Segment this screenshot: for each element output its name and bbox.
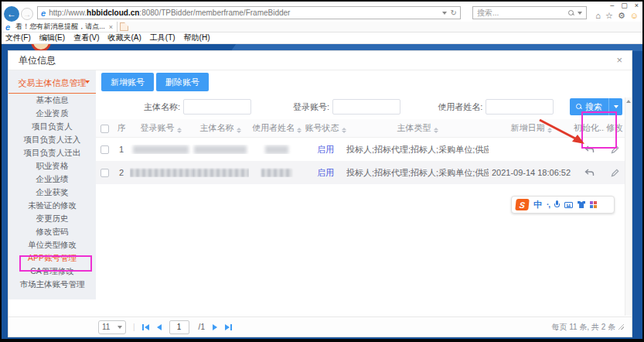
column-header-账号状态[interactable]: 账号状态	[305, 122, 346, 134]
browser-tab[interactable]: e 看！您有新消息提醒，请点... ×	[2, 22, 118, 32]
last-page-button[interactable]	[225, 324, 232, 330]
subject-name-input[interactable]	[183, 99, 251, 115]
sidebar-item-未验证的修改[interactable]: 未验证的修改	[9, 199, 96, 212]
sidebar-item-职业资格[interactable]: 职业资格	[9, 159, 96, 173]
browser-search-input[interactable]: 搜索...	[472, 6, 587, 19]
sidebar-item-项目负责人迁入[interactable]: 项目负责人迁入	[9, 133, 96, 146]
column-header-label: 新增日期	[511, 123, 545, 132]
table-row: 1启用投标人;招标代理;招标人;采购单位;供应商;采购代理	[96, 138, 632, 161]
new-tab-button[interactable]	[120, 22, 128, 31]
feedback-smiley-icon[interactable]: ☺	[630, 11, 639, 21]
home-icon[interactable]: ⌂	[595, 11, 601, 21]
sidebar-item-项目负责人迁出[interactable]: 项目负责人迁出	[9, 146, 96, 159]
seq-cell: 1	[113, 145, 130, 154]
filter-group: 主体名称:	[144, 99, 251, 115]
sidebar-group-header[interactable]: 交易主体信息管理	[9, 72, 96, 94]
window-close-button[interactable]: ×	[635, 2, 639, 9]
divider: |	[133, 323, 135, 331]
menu-item[interactable]: 帮助(H)	[184, 32, 210, 43]
init-cell	[574, 166, 605, 179]
sidebar-item-CA管理修改[interactable]: CA管理修改	[9, 265, 96, 278]
sogou-logo-icon[interactable]: S	[515, 199, 530, 210]
menu-item[interactable]: 工具(T)	[150, 32, 175, 43]
prev-page-button[interactable]	[157, 324, 162, 330]
column-header-新增日期[interactable]: 新增日期	[489, 122, 574, 134]
sidebar-item-变更历史[interactable]: 变更历史	[9, 212, 96, 225]
sidebar-item-修改密码[interactable]: 修改密码	[9, 225, 96, 238]
search-icon[interactable]	[568, 10, 574, 16]
sidebar-item-APP账号管理[interactable]: APP账号管理	[9, 251, 96, 265]
sidebar-item-项目负责人[interactable]: 项目负责人	[9, 120, 96, 133]
maximize-button[interactable]: ▢	[621, 2, 628, 9]
redacted-login-value	[130, 169, 192, 177]
column-header-初始化...: 初始化...	[574, 122, 605, 134]
first-page-button[interactable]	[142, 324, 149, 330]
dialog-title: 单位信息	[19, 55, 56, 66]
add-account-button[interactable]: 新增账号	[101, 73, 154, 91]
next-page-button[interactable]	[213, 324, 217, 330]
soft-keyboard-icon[interactable]	[564, 202, 573, 208]
menu-item[interactable]: 文件(F)	[5, 32, 31, 43]
dialog-close-icon[interactable]: ×	[616, 51, 622, 70]
punctuation-icon[interactable]: ·,	[547, 200, 550, 209]
sidebar-item-企业获奖[interactable]: 企业获奖	[9, 186, 96, 199]
page-background: 单位信息 × 交易主体信息管理 基本信息企业资质项目负责人项目负责人迁入项目负责…	[2, 44, 642, 339]
page-size-select[interactable]: 11	[98, 320, 126, 334]
initialize-undo-icon[interactable]	[583, 143, 595, 156]
column-header-使用者姓名[interactable]: 使用者姓名	[249, 122, 305, 134]
menu-item[interactable]: 编辑(E)	[39, 32, 65, 43]
sort-icon[interactable]	[547, 128, 552, 133]
sidebar-item-市场主体账号管理[interactable]: 市场主体账号管理	[9, 278, 96, 291]
user-name-input[interactable]	[486, 99, 554, 115]
select-all-checkbox[interactable]	[101, 125, 109, 133]
sidebar-item-基本信息[interactable]: 基本信息	[9, 94, 96, 107]
scroll-up-arrow-icon[interactable]	[626, 100, 631, 103]
edit-pencil-icon[interactable]	[608, 166, 621, 179]
login-account-input[interactable]	[332, 99, 400, 115]
address-bar[interactable]: e http://www.hbbidcloud.cn:8080/TPBidder…	[37, 6, 461, 19]
address-dropdown-caret[interactable]	[442, 12, 447, 15]
subject-type-cell: 投标人;招标代理;招标人;采购单位;供应商;采购代理	[346, 167, 489, 179]
refresh-icon[interactable]: ↻	[451, 9, 457, 17]
search-button[interactable]: 搜索	[570, 98, 608, 115]
sort-icon[interactable]	[434, 128, 438, 133]
edit-cell	[605, 143, 625, 156]
sort-icon[interactable]	[342, 128, 346, 133]
search-caret-icon[interactable]	[578, 12, 582, 15]
sidebar-item-企业业绩[interactable]: 企业业绩	[9, 173, 96, 186]
tab-close-icon[interactable]: ×	[109, 23, 113, 31]
sort-icon[interactable]	[237, 128, 241, 133]
microphone-icon[interactable]	[554, 200, 560, 209]
back-button[interactable]: ←	[4, 6, 19, 22]
delete-account-button[interactable]: 删除账号	[156, 73, 209, 91]
row-checkbox[interactable]	[101, 169, 109, 177]
initialize-undo-icon[interactable]	[583, 166, 595, 179]
column-header-主体类型[interactable]: 主体类型	[346, 122, 489, 134]
vertical-scrollbar[interactable]	[625, 97, 632, 316]
settings-gear-icon[interactable]: ⚙	[618, 11, 625, 21]
accounts-table: 序登录账号主体名称使用者姓名账号状态主体类型新增日期初始化...修改1启用投标人…	[96, 119, 632, 184]
row-checkbox[interactable]	[101, 145, 109, 154]
tab-title: 看！您有新消息提醒，请点...	[15, 22, 105, 32]
column-header-登录账号[interactable]: 登录账号	[130, 122, 192, 134]
page-number-input[interactable]	[169, 320, 189, 334]
menu-item[interactable]: 收藏夹(A)	[107, 32, 141, 43]
redacted-name-value	[194, 145, 247, 154]
menu-item[interactable]: 查看(V)	[73, 32, 99, 43]
minimize-button[interactable]: –	[610, 2, 614, 9]
sort-icon[interactable]	[177, 128, 182, 133]
skin-tshirt-icon[interactable]	[578, 201, 585, 208]
edit-pencil-icon[interactable]	[608, 143, 621, 156]
search-options-caret-button[interactable]	[608, 98, 622, 115]
chinese-mode-icon[interactable]: 中	[533, 199, 542, 210]
column-header-修改: 修改	[605, 122, 625, 134]
name-cell	[192, 168, 249, 178]
sidebar-item-企业资质[interactable]: 企业资质	[9, 107, 96, 120]
search-placeholder: 搜索...	[477, 8, 499, 19]
toolbox-grid-icon[interactable]	[590, 201, 597, 208]
favorites-icon[interactable]: ☆	[605, 11, 613, 21]
forward-button[interactable]: →	[21, 8, 33, 20]
sort-icon[interactable]	[297, 128, 302, 133]
sidebar-item-单位类型修改[interactable]: 单位类型修改	[9, 238, 96, 251]
column-header-主体名称[interactable]: 主体名称	[192, 122, 249, 134]
